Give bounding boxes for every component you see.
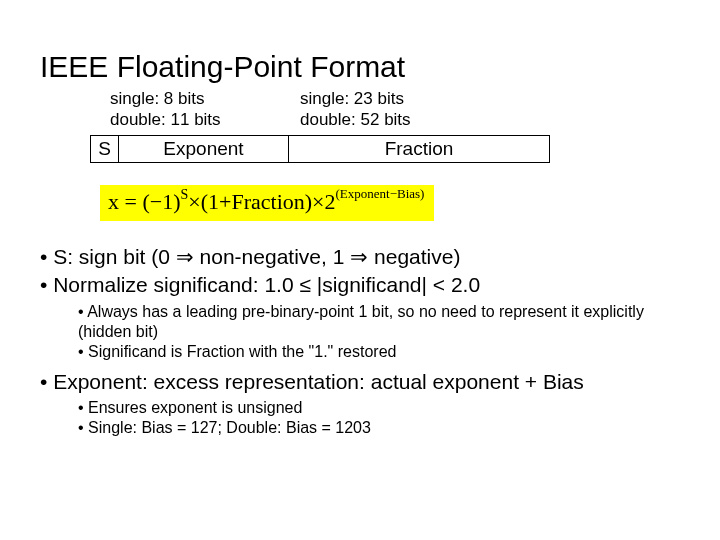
bullet-sign: S: sign bit (0 ⇒ non-negative, 1 ⇒ negat… xyxy=(40,243,680,271)
fraction-double-bits: double: 52 bits xyxy=(300,109,411,130)
formula-sup1: S xyxy=(180,187,188,202)
field-fraction: Fraction xyxy=(289,136,549,162)
field-exponent: Exponent xyxy=(119,136,289,162)
bullet-significand-restored: Significand is Fraction with the "1." re… xyxy=(78,342,680,362)
page-title: IEEE Floating-Point Format xyxy=(40,50,680,84)
bullet-unsigned: Ensures exponent is unsigned xyxy=(78,398,680,418)
bullet-exponent: Exponent: excess representation: actual … xyxy=(40,368,680,438)
bullet-normalize: Normalize significand: 1.0 ≤ |significan… xyxy=(40,271,680,361)
bullet-bias-values: Single: Bias = 127; Double: Bias = 1203 xyxy=(78,418,680,438)
exponent-single-bits: single: 8 bits xyxy=(110,88,300,109)
bullet-hidden-bit: Always has a leading pre-binary-point 1 … xyxy=(78,302,680,342)
formula-base1: (−1) xyxy=(142,189,180,214)
format-layout: S Exponent Fraction xyxy=(90,135,550,163)
formula-eq: = xyxy=(125,189,143,214)
formula: x = (−1)S×(1+Fraction)×2(Exponent−Bias) xyxy=(100,185,434,221)
formula-sup2: (Exponent−Bias) xyxy=(335,186,424,201)
field-sign: S xyxy=(91,136,119,162)
arrow-icon: ⇒ xyxy=(176,245,194,268)
formula-mid: ×(1+Fraction)×2 xyxy=(188,189,335,214)
formula-lhs: x xyxy=(108,189,119,214)
fraction-single-bits: single: 23 bits xyxy=(300,88,411,109)
bullet-list: S: sign bit (0 ⇒ non-negative, 1 ⇒ negat… xyxy=(40,243,680,438)
exponent-double-bits: double: 11 bits xyxy=(110,109,300,130)
bit-widths-row: single: 8 bits double: 11 bits single: 2… xyxy=(110,88,680,131)
arrow-icon: ⇒ xyxy=(350,245,368,268)
